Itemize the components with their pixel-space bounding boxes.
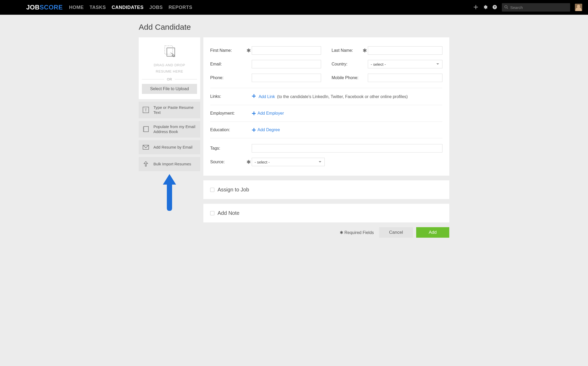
cancel-button[interactable]: Cancel bbox=[379, 227, 413, 238]
add-link-wrap: Add Link (to the candidate's LinkedIn, T… bbox=[252, 94, 408, 99]
drop-line-2: RESUME HERE bbox=[142, 68, 197, 75]
svg-rect-4 bbox=[165, 46, 173, 54]
avatar[interactable] bbox=[575, 4, 582, 11]
label-email: Email: bbox=[210, 62, 246, 67]
country-select[interactable]: - select - bbox=[368, 60, 442, 68]
add-link-button[interactable]: Add Link bbox=[259, 94, 275, 99]
label-education: Education: bbox=[210, 128, 246, 132]
add-button[interactable]: Add bbox=[416, 227, 449, 238]
required-mark: ✱ bbox=[340, 230, 343, 235]
sidebar-item-label: Add Resume by Email bbox=[153, 145, 192, 150]
main-content: First Name: ✱ Last Name: ✱ bbox=[203, 37, 449, 246]
or-label: OR bbox=[167, 78, 172, 81]
search-input[interactable] bbox=[502, 3, 570, 12]
email-input[interactable] bbox=[252, 60, 321, 68]
sidebar-item-bulk-import[interactable]: Bulk Import Resumes bbox=[139, 157, 200, 171]
label-mobile-phone: Mobile Phone: bbox=[332, 75, 363, 80]
page-title: Add Candidate bbox=[139, 23, 449, 32]
dropzone-icon[interactable] bbox=[162, 44, 177, 59]
sidebar: DRAG AND DROP RESUME HERE OR Select File… bbox=[139, 37, 200, 213]
row-education: Education: Add Degree bbox=[210, 123, 442, 138]
nav-jobs[interactable]: JOBS bbox=[149, 5, 163, 10]
dropzone-text: DRAG AND DROP RESUME HERE bbox=[142, 62, 197, 75]
mobile-phone-input[interactable] bbox=[368, 74, 442, 82]
drop-line-1: DRAG AND DROP bbox=[142, 62, 197, 68]
plus-icon bbox=[252, 128, 256, 132]
sidebar-item-address-book[interactable]: Populate from my Email Address Book bbox=[139, 121, 200, 138]
assign-job-checkbox[interactable] bbox=[210, 188, 214, 192]
add-link-hint: (to the candidate's LinkedIn, Twitter, F… bbox=[277, 94, 408, 99]
sidebar-item-label: Bulk Import Resumes bbox=[153, 161, 191, 167]
search-wrap bbox=[502, 3, 570, 12]
label-last-name: Last Name: bbox=[332, 48, 363, 53]
source-value: - select - bbox=[255, 160, 270, 164]
text-icon: T bbox=[142, 106, 150, 114]
svg-text:?: ? bbox=[494, 5, 496, 8]
upload-icon bbox=[142, 160, 150, 168]
logo[interactable]: JOBSCORE bbox=[26, 4, 63, 11]
assign-job-label: Assign to Job bbox=[218, 187, 249, 193]
required-mark: ✱ bbox=[363, 47, 366, 54]
columns: DRAG AND DROP RESUME HERE OR Select File… bbox=[139, 37, 449, 246]
add-degree-button[interactable]: Add Degree bbox=[257, 128, 280, 132]
svg-rect-8 bbox=[144, 126, 148, 132]
help-icon[interactable]: ? bbox=[492, 5, 497, 10]
upload-card: DRAG AND DROP RESUME HERE OR Select File… bbox=[139, 37, 200, 99]
page-wrap: Add Candidate DRAG AND DROP RESUME HERE bbox=[138, 23, 450, 246]
row-phones: Phone: Mobile Phone: bbox=[210, 71, 442, 88]
plus-icon bbox=[252, 94, 256, 98]
row-employment: Employment: Add Employer bbox=[210, 106, 442, 122]
last-name-input[interactable] bbox=[368, 46, 442, 55]
footer-actions: ✱ Required Fields Cancel Add bbox=[203, 227, 449, 246]
sidebar-item-type-paste[interactable]: T Type or Paste Resume Text bbox=[139, 102, 200, 118]
add-note-label: Add Note bbox=[218, 210, 239, 216]
top-nav: JOBSCORE HOME TASKS CANDIDATES JOBS REPO… bbox=[0, 0, 588, 15]
required-mark: ✱ bbox=[246, 47, 250, 54]
add-note-checkbox[interactable] bbox=[210, 211, 214, 215]
nav-candidates[interactable]: CANDIDATES bbox=[112, 5, 144, 10]
nav-tasks[interactable]: TASKS bbox=[90, 5, 106, 10]
search-icon bbox=[504, 5, 508, 10]
select-file-button[interactable]: Select File to Upload bbox=[142, 84, 197, 94]
svg-text:T: T bbox=[145, 108, 147, 112]
row-source: Source: ✱ - select - bbox=[210, 155, 442, 169]
svg-line-3 bbox=[507, 8, 508, 9]
nav-links: HOME TASKS CANDIDATES JOBS REPORTS bbox=[69, 5, 192, 10]
plus-icon bbox=[252, 111, 256, 115]
required-mark: ✱ bbox=[246, 159, 250, 165]
nav-home[interactable]: HOME bbox=[69, 5, 84, 10]
nav-right: ? bbox=[473, 3, 582, 12]
logo-part-b: SCORE bbox=[40, 4, 63, 11]
gear-icon[interactable] bbox=[483, 5, 488, 10]
label-phone: Phone: bbox=[210, 75, 246, 80]
row-name: First Name: ✱ Last Name: ✱ bbox=[210, 44, 442, 57]
label-links: Links: bbox=[210, 94, 246, 99]
assign-job-panel: Assign to Job bbox=[203, 180, 449, 199]
source-select[interactable]: - select - bbox=[252, 158, 325, 166]
plus-icon[interactable] bbox=[473, 5, 478, 10]
required-fields-label: Required Fields bbox=[344, 230, 374, 235]
row-email-country: Email: Country: - select - bbox=[210, 57, 442, 71]
phone-input[interactable] bbox=[252, 74, 321, 82]
logo-part-a: JOB bbox=[26, 4, 40, 11]
sidebar-item-add-by-email[interactable]: Add Resume by Email bbox=[139, 140, 200, 154]
first-name-input[interactable] bbox=[252, 46, 321, 55]
sidebar-item-label: Populate from my Email Address Book bbox=[153, 124, 197, 134]
add-note-panel: Add Note bbox=[203, 204, 449, 222]
label-employment: Employment: bbox=[210, 111, 246, 116]
sidebar-item-label: Type or Paste Resume Text bbox=[153, 105, 197, 115]
envelope-icon bbox=[142, 143, 150, 151]
tags-input[interactable] bbox=[252, 144, 442, 152]
add-employer-button[interactable]: Add Employer bbox=[257, 111, 284, 116]
required-fields-note: ✱ Required Fields bbox=[340, 230, 374, 235]
row-tags: Tags: bbox=[210, 139, 442, 155]
svg-point-2 bbox=[505, 6, 507, 8]
country-value: - select - bbox=[371, 62, 386, 67]
label-country: Country: bbox=[332, 62, 363, 67]
row-links: Links: Add Link (to the candidate's Link… bbox=[210, 89, 442, 105]
nav-reports[interactable]: REPORTS bbox=[169, 5, 193, 10]
annotation-arrow-icon bbox=[162, 173, 177, 213]
assign-job-row: Assign to Job bbox=[210, 187, 442, 193]
contacts-icon bbox=[142, 125, 150, 133]
label-first-name: First Name: bbox=[210, 48, 246, 53]
